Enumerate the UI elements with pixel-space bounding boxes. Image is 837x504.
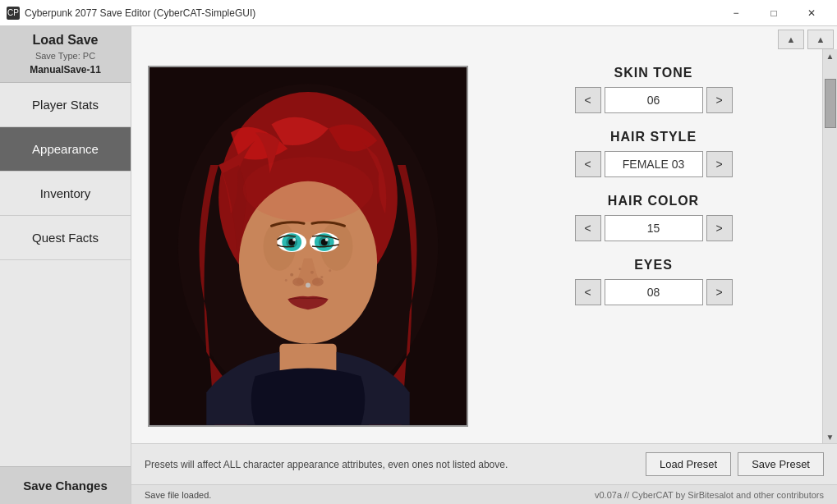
eyes-label: EYES <box>634 258 673 273</box>
main-layout: Load Save Save Type: PC ManualSave-11 Pl… <box>0 26 837 504</box>
version-text: v0.07a // CyberCAT by SirBitesalot and o… <box>595 490 824 500</box>
eyes-group: EYES < 08 > <box>501 258 806 305</box>
eyes-prev-button[interactable]: < <box>575 279 601 305</box>
hair-color-control: < 15 > <box>575 215 733 241</box>
load-save-title: Load Save <box>32 33 98 48</box>
title-bar: CP Cyberpunk 2077 Save Editor (CyberCAT-… <box>0 0 837 26</box>
hair-color-value: 15 <box>605 215 703 241</box>
hair-color-prev-button[interactable]: < <box>575 215 601 241</box>
skin-tone-label: SKIN TONE <box>614 66 693 80</box>
svg-point-23 <box>292 278 304 286</box>
svg-point-25 <box>306 283 310 288</box>
svg-point-7 <box>290 273 293 277</box>
skin-tone-value: 06 <box>605 87 703 113</box>
hair-style-value: FEMALE 03 <box>605 151 703 177</box>
hair-style-prev-button[interactable]: < <box>575 151 601 177</box>
eyes-next-button[interactable]: > <box>706 279 733 305</box>
skin-tone-next-button[interactable]: > <box>706 87 733 113</box>
close-button[interactable]: ✕ <box>793 0 830 26</box>
sidebar-item-quest-facts[interactable]: Quest Facts <box>0 216 131 260</box>
status-bar: Save file loaded. v0.07a // CyberCAT by … <box>131 484 837 504</box>
title-bar-text: Cyberpunk 2077 Save Editor (CyberCAT-Sim… <box>25 7 255 19</box>
status-text: Save file loaded. <box>145 490 211 500</box>
character-svg <box>149 67 467 425</box>
top-arrows: ▲ ▲ <box>131 26 837 49</box>
scrollbar: ▲ ▼ <box>822 49 837 443</box>
sidebar-item-inventory[interactable]: Inventory <box>0 172 131 216</box>
save-changes-button[interactable]: Save Changes <box>0 466 131 504</box>
skin-tone-control: < 06 > <box>575 87 733 113</box>
scroll-up[interactable]: ▲ <box>824 49 837 62</box>
hair-style-group: HAIR STYLE < FEMALE 03 > <box>501 130 806 177</box>
svg-point-26 <box>243 157 373 222</box>
scroll-right-arrow[interactable]: ▲ <box>807 30 834 49</box>
app-icon: CP <box>7 7 20 20</box>
stats-panel: SKIN TONE < 06 > HAIR STYLE < FEMALE 03 … <box>485 49 822 443</box>
sidebar-item-appearance[interactable]: Appearance <box>0 127 131 172</box>
svg-point-24 <box>312 278 324 286</box>
load-preset-button[interactable]: Load Preset <box>646 452 731 476</box>
title-bar-controls: − □ ✕ <box>717 0 830 26</box>
scroll-up-arrow[interactable]: ▲ <box>778 30 804 49</box>
save-type-label: Save Type: PC <box>35 51 95 61</box>
bottom-bar: Presets will affect ALL character appear… <box>131 443 837 484</box>
hair-color-next-button[interactable]: > <box>706 215 733 241</box>
sidebar-nav: Player Stats Appearance Inventory Quest … <box>0 83 131 466</box>
preset-info: Presets will affect ALL character appear… <box>145 459 508 470</box>
save-name: ManualSave-11 <box>30 64 101 76</box>
title-bar-left: CP Cyberpunk 2077 Save Editor (CyberCAT-… <box>7 7 255 20</box>
svg-point-8 <box>299 268 301 270</box>
load-save-section: Load Save Save Type: PC ManualSave-11 <box>0 26 131 83</box>
svg-point-12 <box>329 269 331 272</box>
preset-buttons: Load Preset Save Preset <box>646 452 824 476</box>
skin-tone-prev-button[interactable]: < <box>575 87 601 113</box>
hair-style-next-button[interactable]: > <box>706 151 733 177</box>
svg-point-11 <box>285 279 287 282</box>
scroll-thumb[interactable] <box>825 79 836 128</box>
minimize-button[interactable]: − <box>717 0 755 26</box>
hair-color-group: HAIR COLOR < 15 > <box>501 194 806 241</box>
skin-tone-group: SKIN TONE < 06 > <box>501 66 806 113</box>
sidebar-item-player-stats[interactable]: Player Stats <box>0 83 131 127</box>
eyes-control: < 08 > <box>575 279 733 305</box>
save-preset-button[interactable]: Save Preset <box>738 452 824 476</box>
sidebar: Load Save Save Type: PC ManualSave-11 Pl… <box>0 26 131 504</box>
character-image <box>148 66 468 427</box>
svg-point-10 <box>320 276 323 278</box>
maximize-button[interactable]: □ <box>755 0 793 26</box>
content-area: ▲ ▲ <box>131 26 837 504</box>
eyes-value: 08 <box>605 279 703 305</box>
content-main: SKIN TONE < 06 > HAIR STYLE < FEMALE 03 … <box>131 49 837 443</box>
scroll-down[interactable]: ▼ <box>824 430 837 443</box>
hair-style-control: < FEMALE 03 > <box>575 151 733 177</box>
svg-point-22 <box>325 238 329 241</box>
character-preview <box>131 49 485 443</box>
hair-color-label: HAIR COLOR <box>608 194 699 208</box>
hair-style-label: HAIR STYLE <box>610 130 697 144</box>
svg-point-17 <box>292 238 296 241</box>
